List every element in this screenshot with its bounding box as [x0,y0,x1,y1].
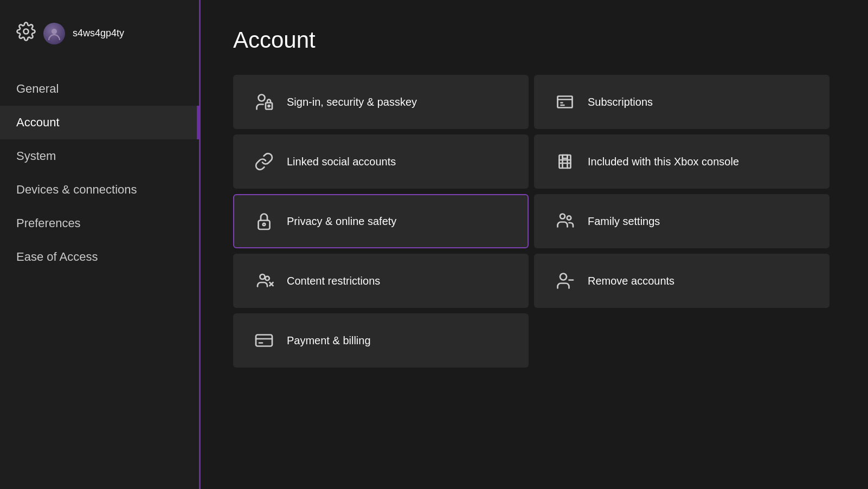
sidebar: s4ws4gp4ty General Account System Device… [0,0,201,489]
family-icon [554,211,576,231]
family-label: Family settings [588,214,660,228]
person-remove-icon [554,271,576,291]
grid-item-family[interactable]: Family settings [534,194,830,248]
grid-item-subscriptions[interactable]: Subscriptions [534,75,830,129]
included-label: Included with this Xbox console [588,155,739,169]
svg-point-2 [259,95,265,101]
svg-point-10 [567,216,571,220]
sidebar-nav: General Account System Devices & connect… [0,72,199,274]
sidebar-item-general[interactable]: General [0,72,199,106]
svg-point-0 [24,29,29,34]
username-label: s4ws4gp4ty [73,28,124,39]
svg-point-4 [268,105,270,107]
signin-label: Sign-in, security & passkey [287,95,417,109]
grid-item-signin[interactable]: Sign-in, security & passkey [233,75,529,129]
content-label: Content restrictions [287,274,380,288]
grid-item-payment[interactable]: Payment & billing [233,313,529,368]
grid-item-content[interactable]: Content restrictions [233,254,529,308]
grid-item-privacy[interactable]: Privacy & online safety [233,194,529,248]
gear-icon[interactable] [16,22,36,45]
payment-icon [253,331,275,350]
svg-point-9 [560,214,565,219]
sidebar-item-system[interactable]: System [0,139,199,173]
svg-rect-3 [266,103,272,110]
svg-rect-17 [256,335,272,346]
svg-point-15 [560,274,567,280]
privacy-label: Privacy & online safety [287,214,396,228]
sidebar-item-preferences[interactable]: Preferences [0,207,199,240]
avatar [43,23,65,44]
linked-social-label: Linked social accounts [287,155,396,169]
subscriptions-icon [554,92,576,112]
svg-point-11 [260,274,265,279]
grid-item-linked-social[interactable]: Linked social accounts [233,134,529,189]
grid-item-remove-accounts[interactable]: Remove accounts [534,254,830,308]
svg-point-1 [52,29,57,34]
sidebar-item-devices[interactable]: Devices & connections [0,173,199,207]
content-restrict-icon [253,271,275,291]
svg-point-8 [263,223,266,226]
sidebar-item-ease[interactable]: Ease of Access [0,240,199,274]
account-grid: Sign-in, security & passkey Subscription… [233,75,830,368]
sidebar-item-account[interactable]: Account [0,106,199,139]
remove-accounts-label: Remove accounts [588,274,674,288]
subscriptions-label: Subscriptions [588,95,653,109]
page-title: Account [233,27,835,53]
lock-icon [253,211,275,231]
svg-rect-5 [558,96,573,108]
link-icon [253,152,275,171]
person-lock-icon [253,92,275,112]
box-icon [554,152,576,171]
svg-rect-6 [560,155,571,168]
grid-item-included[interactable]: Included with this Xbox console [534,134,830,189]
svg-point-12 [265,276,269,281]
payment-label: Payment & billing [287,333,371,348]
main-content: Account Sign-in, security & passkey [201,0,868,489]
svg-rect-7 [259,221,270,230]
sidebar-user: s4ws4gp4ty [0,16,199,67]
